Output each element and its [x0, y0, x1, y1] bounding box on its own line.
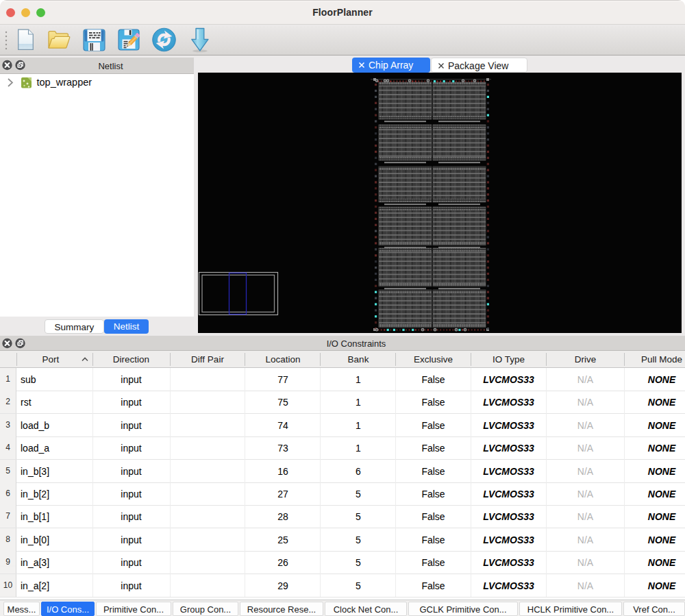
svg-text:top_wrapper: top_wrapper	[37, 77, 92, 88]
